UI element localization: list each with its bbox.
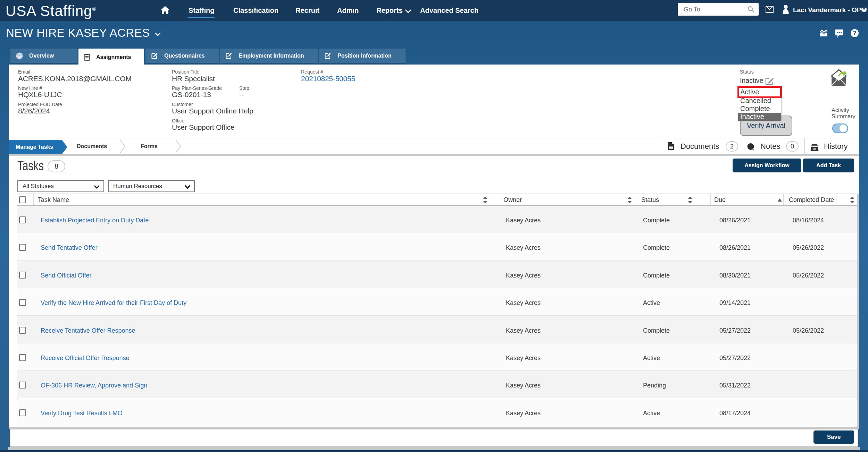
svg-text:?: ? [853, 30, 856, 36]
